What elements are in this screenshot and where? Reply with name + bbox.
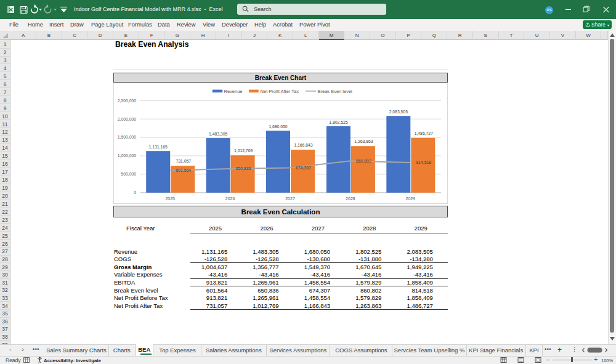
svg-text:0: 0 <box>134 190 136 195</box>
svg-text:2029: 2029 <box>406 196 416 201</box>
svg-text:1,500,000: 1,500,000 <box>118 135 136 139</box>
svg-text:2,000,000: 2,000,000 <box>118 117 136 121</box>
svg-text:860,802: 860,802 <box>356 159 371 163</box>
svg-text:500,000: 500,000 <box>121 172 136 176</box>
svg-text:Net Profit After Tax: Net Profit After Tax <box>261 89 299 94</box>
svg-text:1,486,727: 1,486,727 <box>415 131 433 135</box>
svg-text:2026: 2026 <box>225 196 235 201</box>
svg-text:Revenue: Revenue <box>224 89 243 94</box>
svg-text:2028: 2028 <box>346 196 355 201</box>
svg-text:1,802,525: 1,802,525 <box>329 120 347 124</box>
svg-text:1,680,050: 1,680,050 <box>269 124 287 129</box>
svg-text:1,483,305: 1,483,305 <box>209 132 227 136</box>
svg-text:Break Even level: Break Even level <box>318 89 353 94</box>
svg-text:814,518: 814,518 <box>416 160 432 164</box>
svg-text:1,000,000: 1,000,000 <box>118 153 136 158</box>
svg-text:731,057: 731,057 <box>176 159 191 163</box>
svg-text:1,263,863: 1,263,863 <box>354 139 373 144</box>
svg-text:1,166,843: 1,166,843 <box>294 143 312 147</box>
svg-text:2025: 2025 <box>165 196 175 201</box>
svg-text:1,012,769: 1,012,769 <box>234 148 253 153</box>
svg-text:601,564: 601,564 <box>176 168 191 172</box>
svg-text:2027: 2027 <box>285 196 295 201</box>
svg-text:674,307: 674,307 <box>296 166 311 170</box>
svg-text:2,500,000: 2,500,000 <box>118 99 136 103</box>
svg-text:1,131,165: 1,131,165 <box>149 145 168 149</box>
svg-text:650,836: 650,836 <box>236 166 251 171</box>
svg-text:2,083,505: 2,083,505 <box>389 110 408 114</box>
